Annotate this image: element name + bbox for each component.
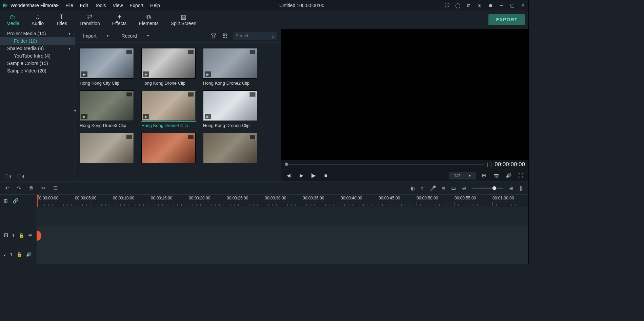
media-clip[interactable]: ▶Hong Kong Drone2 Clip [203,48,257,86]
media-clip[interactable]: ▶Hong Kong Drone Clip [141,48,196,86]
tab-titles[interactable]: TTitles [50,10,73,29]
sidebar-item[interactable]: Folder (10) [0,37,75,45]
clip-thumbnail: ▶ [141,90,196,121]
sidebar-item[interactable]: Sample Colors (15) [0,60,75,67]
ruler-tick: 00:00:10:00 [113,196,134,200]
media-clip[interactable] [141,133,196,165]
tab-effects[interactable]: ✦Effects [106,10,133,29]
tab-splitscreen[interactable]: ▦Split Screen [165,10,202,29]
video-track[interactable]: 🎞 1 🔓 👁 [0,226,528,245]
zoom-slider[interactable] [472,188,503,189]
maximize-icon[interactable]: ▢ [509,3,516,8]
info-icon[interactable]: ⓘ [444,2,450,8]
voiceover-icon[interactable]: 🎤 [430,185,436,191]
mark-in-icon[interactable]: { [487,162,488,167]
track-number: 1 [10,252,13,257]
audio-track[interactable]: ♪ 1 🔓 🔊 [0,245,528,264]
close-icon[interactable]: ✕ [520,3,526,8]
media-clip[interactable] [80,133,134,165]
search-icon[interactable]: ⌕ [271,33,274,39]
render-icon[interactable]: ◐ [410,185,415,191]
save-icon[interactable]: 🗎 [465,3,472,8]
snapshot-icon[interactable]: 📷 [492,171,501,180]
add-to-timeline-icon[interactable]: ▶ [81,114,87,119]
menu-view[interactable]: View [113,3,123,8]
add-to-timeline-icon[interactable]: ▶ [143,71,149,77]
mic-icon[interactable]: ⏺ [487,3,494,8]
audio-mixer-icon[interactable]: ≡ [442,185,445,191]
visibility-icon[interactable]: 👁 [28,233,33,238]
mute-icon[interactable]: 🔊 [26,252,32,257]
add-to-timeline-icon[interactable]: ▶ [81,71,87,77]
add-to-timeline-icon[interactable]: ▶ [143,114,149,119]
ruler-tick: 00:00:20:00 [189,196,210,200]
media-clip[interactable]: ▶Hong Kong Drone5 Clip [203,90,257,128]
film-badge-icon [126,92,132,97]
media-clip[interactable] [203,133,257,165]
undo-button[interactable]: ↶ [5,185,9,191]
collapse-sidebar-icon[interactable]: ◀ [73,105,76,115]
search-box[interactable]: ⌕ [233,32,277,40]
menu-file[interactable]: File [65,3,73,8]
zoom-fit-icon[interactable]: ||| [520,185,524,191]
title-bar: Wondershare Filmora9 File Edit Tools Vie… [0,0,528,10]
grid-view-icon[interactable] [221,32,229,40]
account-icon[interactable]: ◯ [455,3,461,8]
tab-media[interactable]: 🗀Media [0,10,25,29]
next-frame-button[interactable]: |▶ [309,171,318,180]
stop-button[interactable]: ■ [321,171,330,180]
lock-icon[interactable]: 🔓 [17,252,22,257]
zoom-in-icon[interactable]: ⊕ [509,185,514,191]
search-input[interactable] [236,33,271,38]
media-clip[interactable]: ▶Hong Kong City Clip [80,48,134,86]
add-to-timeline-icon[interactable]: ▶ [205,71,211,77]
import-dropdown[interactable]: Import▼ [79,32,114,40]
new-folder-icon[interactable] [4,173,11,179]
clip-thumbnail: ▶ [203,48,257,79]
crop-icon[interactable]: ▭ [451,185,456,191]
fullscreen-icon[interactable]: ⛶ [516,171,525,180]
link-icon[interactable]: 🔗 [13,198,18,204]
add-track-icon[interactable]: ⊞ [4,198,8,204]
zoom-out-icon[interactable]: ⊖ [462,185,466,191]
media-sidebar: Project Media (10)▼Folder (10)Shared Med… [0,29,75,181]
menu-export[interactable]: Export [130,3,143,8]
add-to-timeline-icon[interactable]: ▶ [205,114,211,119]
prev-frame-button[interactable]: ◀| [285,171,294,180]
ruler-tick: 00:00:50:00 [417,196,438,200]
mail-icon[interactable]: ✉ [476,3,483,8]
split-button[interactable]: ✂ [41,185,46,191]
volume-icon[interactable]: 🔊 [504,171,513,180]
ruler-tick: 00:01:00:00 [492,196,514,200]
tab-audio[interactable]: ♫Audio [25,10,50,29]
sidebar-item[interactable]: Project Media (10)▼ [0,30,75,37]
minimize-icon[interactable]: ─ [498,3,505,8]
filter-icon[interactable] [210,32,217,40]
tab-transition[interactable]: ⇄Transition [73,10,106,29]
delete-button[interactable]: 🗑 [29,185,34,191]
media-clip[interactable]: ▶Hong Kong Drone3 Clip [80,90,134,128]
sidebar-item[interactable]: YouTube Intro (4) [0,52,75,60]
sidebar-item[interactable]: Sample Video (20) [0,67,75,74]
tab-elements[interactable]: ⧉Elements [133,10,164,29]
menu-edit[interactable]: Edit [80,3,88,8]
marker-icon[interactable]: ▿ [421,185,424,191]
export-button[interactable]: EXPORT [488,14,525,25]
playhead[interactable] [37,195,38,207]
menu-help[interactable]: Help [150,3,160,8]
adjust-button[interactable]: ☰ [53,185,58,191]
lock-icon[interactable]: 🔓 [19,233,24,238]
play-button[interactable]: ▶ [297,171,306,180]
preview-scale-dropdown[interactable]: 1/2▼ [449,172,476,179]
menu-tools[interactable]: Tools [95,3,106,8]
delete-folder-icon[interactable] [17,173,24,179]
media-clip[interactable]: ▶Hong Kong Drone4 Clip [141,90,196,128]
mark-out-icon[interactable]: } [490,162,492,167]
redo-button[interactable]: ↷ [17,185,21,191]
preview-scrubber[interactable] [285,164,484,165]
timeline-ruler[interactable]: 00:00:00:0000:00:05:0000:00:10:0000:00:1… [37,195,528,207]
preview-canvas[interactable] [281,29,528,160]
sidebar-item[interactable]: Shared Media (4)▼ [0,45,75,52]
quality-icon[interactable]: ⊞ [480,171,488,180]
record-dropdown[interactable]: Record▼ [118,32,154,40]
